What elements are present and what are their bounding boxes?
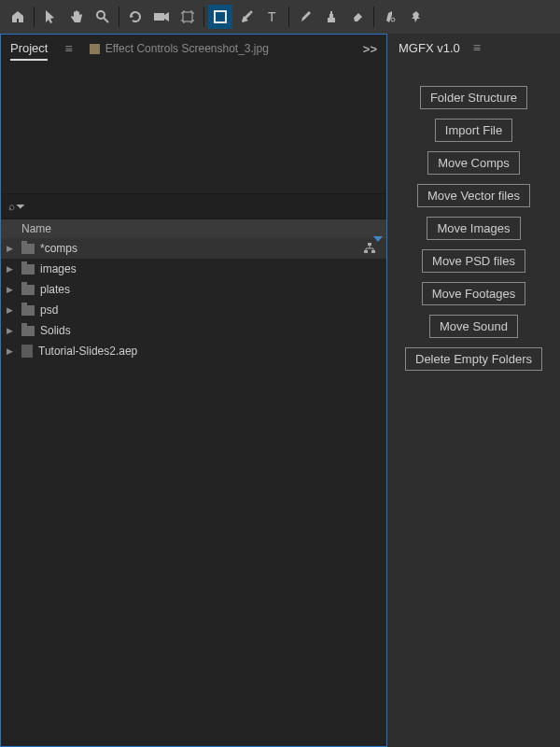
- chevron-right-icon[interactable]: ▶: [7, 244, 16, 253]
- svg-text:T: T: [268, 9, 276, 24]
- folder-icon: [21, 326, 35, 336]
- svg-rect-4: [215, 11, 226, 22]
- folder-icon: [21, 285, 35, 295]
- folder-icon: [21, 264, 35, 275]
- project-panel: Project ≡ Effect Controls Screenshot_3.j…: [0, 34, 387, 747]
- search-row[interactable]: ⌕⏷: [1, 193, 386, 219]
- svg-rect-11: [368, 243, 371, 246]
- preview-area: [1, 63, 386, 193]
- tab-mgfx[interactable]: MGFX v1.0: [399, 37, 460, 59]
- item-label: images: [40, 262, 77, 275]
- svg-line-1: [104, 18, 108, 22]
- move-footages-button[interactable]: Move Footages: [422, 282, 526, 305]
- chevron-right-icon[interactable]: ▶: [7, 326, 16, 335]
- move-comps-button[interactable]: Move Comps: [427, 151, 520, 175]
- sort-indicator-icon: [373, 236, 383, 242]
- item-label: *comps: [40, 242, 77, 255]
- item-label: plates: [40, 283, 70, 296]
- clone-stamp-icon[interactable]: [319, 5, 343, 29]
- tab-project[interactable]: Project: [10, 37, 48, 61]
- brush-tool-icon[interactable]: [293, 5, 317, 29]
- project-list: ▶*comps▶images▶plates▶psd▶Solids▶Tutoria…: [1, 238, 386, 746]
- item-label: Solids: [40, 324, 71, 337]
- left-panel-tabs: Project ≡ Effect Controls Screenshot_3.j…: [1, 35, 386, 63]
- panel-menu-icon[interactable]: ≡: [64, 41, 72, 56]
- mgfx-panel: MGFX v1.0 ≡ Folder StructureImport FileM…: [387, 34, 560, 747]
- roto-brush-icon[interactable]: [378, 5, 402, 29]
- move-sound-button[interactable]: Move Sound: [429, 315, 518, 338]
- text-tool-icon[interactable]: T: [260, 5, 285, 29]
- chevron-right-icon[interactable]: ▶: [7, 346, 16, 356]
- svg-point-5: [250, 11, 253, 14]
- chevron-right-icon[interactable]: ▶: [7, 305, 16, 315]
- move-psd-files-button[interactable]: Move PSD files: [422, 249, 525, 273]
- list-header[interactable]: Name: [1, 219, 386, 238]
- move-images-button[interactable]: Move Images: [427, 217, 520, 240]
- rectangle-tool-icon[interactable]: [208, 5, 232, 29]
- mgfx-buttons: Folder StructureImport FileMove CompsMov…: [387, 62, 560, 395]
- svg-point-10: [391, 18, 395, 21]
- eraser-tool-icon[interactable]: [345, 5, 370, 29]
- main-toolbar: T: [0, 0, 560, 34]
- svg-rect-7: [328, 18, 335, 22]
- svg-rect-8: [329, 14, 333, 18]
- svg-rect-3: [183, 12, 192, 21]
- right-panel-tabs: MGFX v1.0 ≡: [387, 34, 560, 62]
- tab-effect-controls[interactable]: Effect Controls Screenshot_3.jpg: [90, 42, 269, 55]
- move-vector-files-button[interactable]: Move Vector files: [417, 184, 530, 207]
- item-label: psd: [40, 303, 58, 317]
- list-item[interactable]: ▶images: [1, 259, 386, 279]
- svg-point-0: [97, 11, 105, 19]
- camera-tool-icon[interactable]: [149, 5, 174, 29]
- chevron-right-icon[interactable]: ▶: [7, 264, 16, 274]
- selection-tool-icon[interactable]: [38, 5, 63, 29]
- rotate-tool-icon[interactable]: [123, 5, 147, 29]
- panel-menu-icon[interactable]: ≡: [473, 40, 481, 55]
- search-icon: ⌕⏷: [8, 200, 26, 213]
- image-thumb-icon: [90, 44, 100, 54]
- pin-tool-icon[interactable]: [404, 5, 428, 29]
- hierarchy-icon[interactable]: [364, 243, 375, 254]
- column-name: Name: [21, 222, 51, 235]
- folder-icon: [21, 305, 35, 316]
- list-item[interactable]: ▶Solids: [1, 320, 386, 341]
- home-icon[interactable]: [6, 5, 30, 29]
- svg-rect-13: [371, 250, 375, 253]
- chevron-right-icon[interactable]: ▶: [7, 285, 16, 294]
- chevron-right-icon[interactable]: >>: [363, 42, 377, 56]
- item-label: Tutorial-Slides2.aep: [38, 345, 137, 358]
- pen-tool-icon[interactable]: [234, 5, 259, 29]
- svg-rect-2: [154, 13, 164, 21]
- zoom-tool-icon[interactable]: [91, 5, 115, 29]
- import-file-button[interactable]: Import File: [435, 119, 512, 142]
- list-item[interactable]: ▶plates: [1, 279, 386, 300]
- delete-empty-folders-button[interactable]: Delete Empty Folders: [405, 347, 542, 371]
- hand-tool-icon[interactable]: [64, 5, 89, 29]
- file-icon: [21, 345, 33, 358]
- region-tool-icon[interactable]: [175, 5, 200, 29]
- folder-icon: [21, 244, 35, 254]
- list-item[interactable]: ▶*comps: [1, 238, 386, 259]
- folder-structure-button[interactable]: Folder Structure: [420, 86, 527, 109]
- svg-rect-12: [364, 250, 368, 253]
- list-item[interactable]: ▶psd: [1, 300, 386, 320]
- list-item[interactable]: ▶Tutorial-Slides2.aep: [1, 341, 386, 361]
